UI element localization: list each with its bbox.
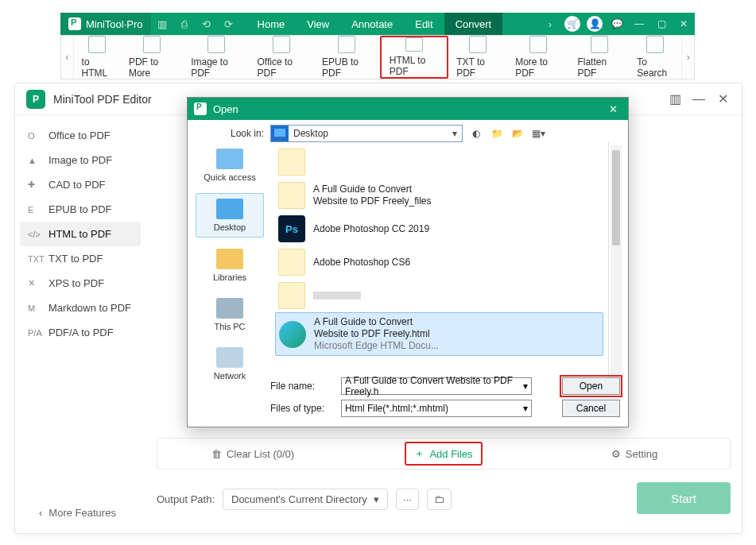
scrollbar-thumb[interactable]	[612, 150, 620, 245]
redo-icon[interactable]: ⟳	[218, 13, 240, 35]
file-list[interactable]: A Full Guide to ConvertWebsite to PDF Fr…	[270, 142, 609, 381]
tool-flatten-pdf[interactable]: Flatten PDF	[569, 36, 629, 79]
menu-home[interactable]: Home	[246, 13, 297, 35]
file-item-selected[interactable]: A Full Guide to ConvertWebsite to PDF Fr…	[275, 312, 603, 356]
search-pdf-icon	[646, 36, 664, 53]
chat-icon[interactable]: 💬	[606, 18, 628, 29]
tool-html-to-pdf[interactable]: HTML to PDF	[380, 36, 448, 79]
viewmode-icon[interactable]: ▦▾	[531, 126, 545, 141]
filetype-select[interactable]: Html File(*.html;*.mhtml)▾	[341, 400, 532, 417]
place-thispc[interactable]: This PC	[196, 293, 264, 336]
output-select[interactable]: Document's Current Directory▾	[223, 489, 388, 510]
chevron-down-icon: ▾	[374, 493, 379, 505]
file-item[interactable]	[275, 279, 603, 312]
tool-txt-to-pdf[interactable]: TXT to PDF	[448, 36, 507, 79]
sidebar-item-txt[interactable]: TXTTXT to PDF	[20, 246, 141, 271]
back-icon[interactable]: ◐	[469, 126, 483, 141]
titlebar: MiniTool·Pro ▥ ⎙ ⟲ ⟳ Home View Annotate …	[60, 13, 695, 35]
scrollbar[interactable]	[611, 145, 622, 379]
user-icon[interactable]: 👤	[587, 16, 603, 32]
tool-epub-to-pdf[interactable]: EPUB to PDF	[314, 36, 380, 79]
place-desktop[interactable]: Desktop	[196, 193, 264, 238]
tool-image-to-pdf[interactable]: Image to PDF	[183, 36, 249, 79]
folder-icon	[278, 182, 305, 209]
file-item[interactable]: PsAdobe Photoshop CC 2019	[275, 212, 603, 245]
tool-pdf-to-more[interactable]: PDF to More	[121, 36, 183, 79]
cad-icon: ✚	[28, 180, 41, 190]
cancel-button[interactable]: Cancel	[562, 400, 620, 417]
up-icon[interactable]: 📁	[490, 126, 504, 141]
clear-list[interactable]: 🗑Clear List (0/0)	[157, 448, 348, 460]
file-item[interactable]: Adobe Photoshop CS6	[275, 245, 603, 279]
txt-icon: TXT	[28, 254, 41, 264]
file-item[interactable]: A Full Guide to ConvertWebsite to PDF Fr…	[275, 179, 603, 212]
markdown-icon: M	[28, 303, 41, 313]
sidebar-item-html[interactable]: </>HTML to PDF	[20, 222, 141, 246]
sidebar-item-xps[interactable]: ✕XPS to PDF	[20, 271, 141, 296]
menu-convert[interactable]: Convert	[444, 13, 503, 35]
redacted-text	[313, 292, 361, 300]
minimize-icon[interactable]: —	[628, 18, 650, 29]
list-bar: 🗑Clear List (0/0) ＋Add Files ⚙Setting	[157, 438, 731, 470]
office-pdf-icon	[273, 36, 290, 53]
menu-edit[interactable]: Edit	[404, 13, 444, 35]
tool-to-html[interactable]: to HTML	[74, 36, 121, 79]
to-html-icon	[88, 36, 106, 53]
tool-more-to-pdf[interactable]: More to PDF	[507, 36, 569, 79]
lookin-combo[interactable]: Desktop ▾	[270, 125, 463, 142]
chevron-down-icon: ▾	[448, 128, 462, 139]
maximize-icon[interactable]: ▢	[650, 18, 673, 29]
cart-icon[interactable]: 🛒	[564, 16, 580, 32]
sidebar-item-epub[interactable]: EEPUB to PDF	[20, 197, 141, 222]
panel-icon[interactable]: ▥	[667, 91, 683, 107]
desktop-icon	[271, 126, 289, 141]
menu-view[interactable]: View	[296, 13, 340, 35]
tool-to-search[interactable]: To Search	[629, 36, 681, 79]
folder-icon	[278, 282, 305, 309]
add-files[interactable]: ＋Add Files	[348, 442, 539, 466]
sidebar-item-markdown[interactable]: MMarkdown to PDF	[20, 296, 141, 320]
chevron-left-icon: ‹	[39, 507, 42, 519]
dialog-bottom: File name: A Full Guide to Convert Websi…	[270, 377, 620, 422]
more-features[interactable]: ‹More Features	[39, 507, 116, 519]
image-pdf-icon	[207, 36, 225, 53]
sidebar-item-cad[interactable]: ✚CAD to PDF	[20, 172, 141, 197]
close-icon[interactable]: ✕	[673, 18, 695, 29]
filename-input[interactable]: A Full Guide to Convert Website to PDF F…	[341, 377, 532, 395]
undo-icon[interactable]: ⟲	[196, 13, 218, 35]
tool-office-to-pdf[interactable]: Office to PDF	[250, 36, 314, 79]
ribbon-scroll-right[interactable]: ›	[681, 36, 694, 79]
dialog-titlebar: Open ✕	[188, 98, 628, 120]
pdf-more-icon	[143, 36, 161, 53]
print-icon[interactable]: ⎙	[173, 13, 196, 35]
star-icon	[216, 149, 243, 169]
flatten-icon	[591, 36, 608, 53]
place-network[interactable]: Network	[196, 342, 264, 385]
sidebar-item-pdfa[interactable]: P/APDF/A to PDF	[20, 320, 141, 345]
sidebar-item-office[interactable]: OOffice to PDF	[20, 123, 141, 148]
output-more[interactable]: ···	[396, 489, 419, 510]
open-button[interactable]: Open	[562, 377, 620, 395]
ribbon-scroll-left[interactable]: ‹	[61, 36, 74, 79]
app-minimize-icon[interactable]: —	[691, 91, 707, 107]
menu-annotate[interactable]: Annotate	[340, 13, 404, 35]
save-icon[interactable]: ▥	[151, 13, 173, 35]
newfolder-icon[interactable]: 📂	[510, 126, 525, 141]
app-logo-icon: P	[26, 90, 45, 109]
place-quick[interactable]: Quick access	[196, 144, 264, 187]
txt-pdf-icon	[469, 36, 487, 53]
chevron-right-icon[interactable]: ›	[539, 13, 561, 35]
svg-rect-0	[274, 129, 285, 137]
dialog-close-icon[interactable]: ✕	[604, 103, 622, 115]
file-item[interactable]	[275, 145, 603, 179]
app-close-icon[interactable]: ✕	[715, 91, 731, 107]
network-icon	[216, 347, 243, 368]
output-folder[interactable]: 🗀	[427, 489, 452, 510]
setting[interactable]: ⚙Setting	[539, 448, 730, 460]
trash-icon: 🗑	[211, 448, 222, 460]
place-libraries[interactable]: Libraries	[196, 244, 264, 287]
pdfa-icon: P/A	[28, 328, 41, 338]
sidebar-item-image[interactable]: ▲Image to PDF	[20, 148, 141, 172]
photoshop-icon: Ps	[278, 215, 305, 242]
start-button[interactable]: Start	[637, 482, 731, 514]
